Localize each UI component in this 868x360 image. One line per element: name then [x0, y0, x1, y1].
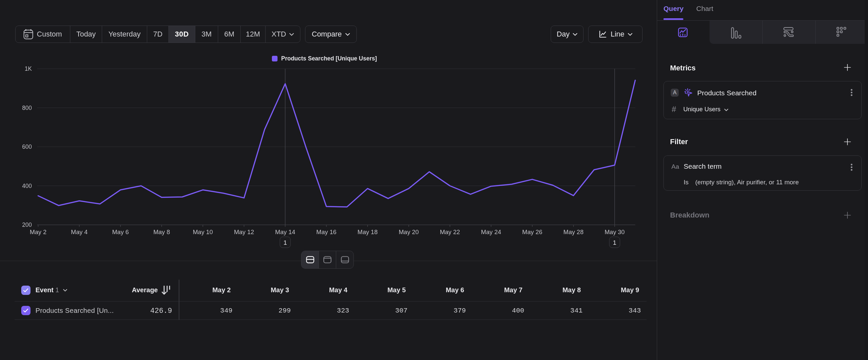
svg-text:May 26: May 26	[522, 228, 542, 236]
svg-text:May 4: May 4	[71, 228, 88, 236]
svg-text:800: 800	[22, 105, 32, 111]
svg-text:May 16: May 16	[316, 228, 337, 236]
svg-text:1K: 1K	[25, 65, 32, 72]
svg-text:May 22: May 22	[440, 228, 460, 236]
svg-text:200: 200	[22, 222, 32, 228]
svg-text:1: 1	[283, 239, 287, 246]
svg-text:May 24: May 24	[481, 228, 501, 236]
svg-text:600: 600	[22, 143, 32, 150]
svg-text:May 8: May 8	[153, 228, 170, 236]
svg-text:May 14: May 14	[275, 228, 296, 236]
svg-text:May 18: May 18	[358, 228, 378, 236]
svg-text:May 20: May 20	[399, 228, 419, 236]
svg-text:May 12: May 12	[234, 228, 254, 236]
svg-text:May 10: May 10	[193, 228, 213, 236]
svg-text:May 6: May 6	[112, 228, 129, 236]
svg-text:400: 400	[22, 183, 32, 189]
svg-text:May 28: May 28	[563, 228, 584, 236]
svg-text:1: 1	[613, 239, 617, 246]
svg-text:May 2: May 2	[30, 228, 46, 236]
svg-text:May 30: May 30	[604, 228, 625, 236]
